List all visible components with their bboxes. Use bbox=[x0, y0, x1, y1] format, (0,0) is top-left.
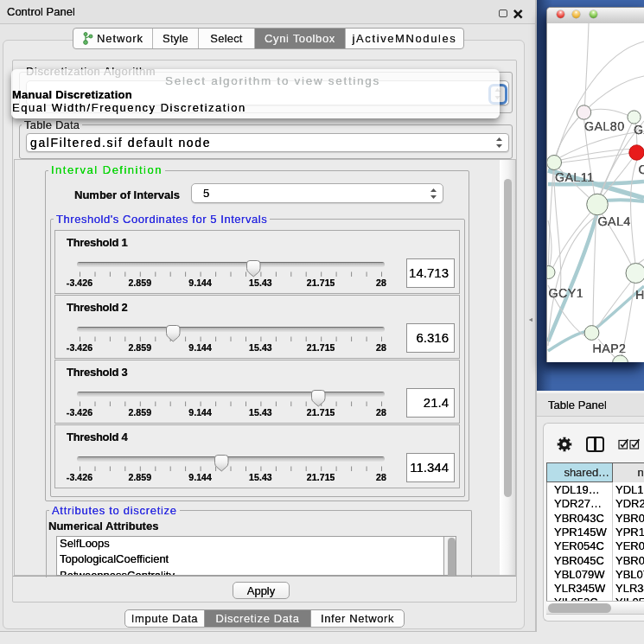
svg-text:HAP2: HAP2 bbox=[593, 342, 627, 356]
svg-text:GCY1: GCY1 bbox=[549, 287, 584, 301]
svg-text:GAL4: GAL4 bbox=[598, 215, 631, 229]
svg-text:GAL11: GAL11 bbox=[555, 171, 594, 185]
svg-text:GA: GA bbox=[634, 124, 644, 137]
svg-text:C: C bbox=[639, 163, 644, 177]
svg-text:H: H bbox=[635, 289, 644, 303]
svg-text:GAL80: GAL80 bbox=[584, 120, 625, 134]
